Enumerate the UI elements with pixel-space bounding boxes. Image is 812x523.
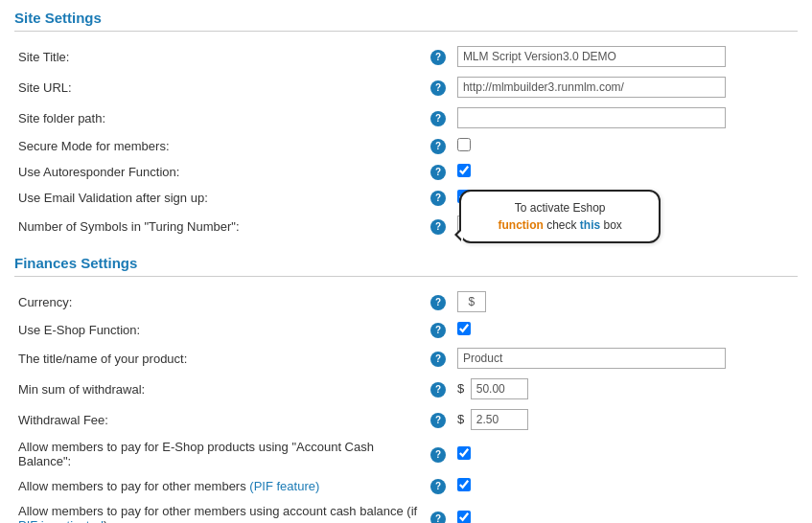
pif-activated-label: PIF is activated [18,518,104,523]
checkbox-eshop[interactable] [457,322,471,335]
input-min-withdrawal[interactable] [471,378,528,399]
label-site-title: Site Title: [14,41,423,72]
dollar-sign-fee: $ [457,412,464,426]
help-icon-currency[interactable]: ? [430,295,446,310]
row-autoresponder: Use Autoresponder Function: ? [14,159,798,185]
help-icon-pay-pif[interactable]: ? [430,479,446,494]
tooltip-blue: this [580,218,600,232]
site-settings-table: Site Title: ? Site URL: ? Si [14,41,798,241]
row-pay-eshop-balance: Allow members to pay for E-Shop products… [14,435,798,473]
label-min-withdrawal: Min sum of withdrawal: [14,374,423,404]
label-turing-number: Number of Symbols in "Turing Number": [14,211,423,241]
icon-cell-eshop: ? [423,317,452,343]
help-icon-site-url[interactable]: ? [430,80,446,96]
value-product-title [453,343,798,374]
value-pay-pif-cash [453,499,798,523]
row-site-folder: Site folder path: ? [14,102,798,133]
help-icon-turing[interactable]: ? [430,219,446,235]
tooltip-line1: To activate Eshop [515,201,606,215]
help-icon-pay-pif-cash[interactable]: ? [430,512,446,524]
help-icon-autoresponder[interactable]: ? [430,165,446,180]
tooltip-end: box [600,218,622,232]
icon-cell-min-withdrawal: ? [423,374,452,404]
label-email-validation: Use Email Validation after sign up: [14,185,423,211]
value-currency [453,286,798,317]
icon-cell-turing: ? To activate Eshop function check this … [423,211,452,241]
icon-cell-site-title: ? [423,41,452,72]
help-icon-withdrawal-fee[interactable]: ? [430,413,446,428]
dollar-sign-withdrawal: $ [457,381,464,396]
value-pay-pif [453,473,798,499]
icon-cell-secure-mode: ? [423,133,452,159]
tooltip-area: ? To activate Eshop function check this … [430,218,446,235]
row-turing-number: Number of Symbols in "Turing Number": ? … [14,211,798,241]
help-icon-eshop[interactable]: ? [430,323,446,338]
help-icon-email-validation[interactable]: ? [430,191,446,206]
icon-cell-site-url: ? [423,72,452,102]
row-site-title: Site Title: ? [14,41,798,72]
value-min-withdrawal: $ [453,374,798,404]
tooltip-bubble: To activate Eshop function check this bo… [459,190,661,243]
label-autoresponder: Use Autoresponder Function: [14,159,423,185]
row-min-withdrawal: Min sum of withdrawal: ? $ [14,374,798,404]
help-icon-site-title[interactable]: ? [430,50,446,65]
label-pay-pif: Allow members to pay for other members (… [14,473,423,499]
help-icon-site-folder[interactable]: ? [430,111,446,126]
checkbox-pay-eshop-balance[interactable] [457,446,471,460]
finances-settings-table: Currency: ? Use E-Shop Function: ? [14,286,798,523]
value-site-folder [453,102,798,133]
pif-label: (PIF feature) [249,479,319,493]
finances-section: Finances Settings Currency: ? Use E-Shop… [14,255,798,523]
checkbox-autoresponder[interactable] [457,164,471,177]
input-currency[interactable] [457,291,486,312]
icon-cell-withdrawal-fee: ? [423,404,452,435]
icon-cell-pay-eshop-balance: ? [423,435,452,473]
row-eshop: Use E-Shop Function: ? [14,317,798,343]
help-icon-min-withdrawal[interactable]: ? [430,382,446,398]
site-settings-title: Site Settings [14,10,798,32]
label-pay-eshop-balance: Allow members to pay for E-Shop products… [14,435,423,473]
label-eshop: Use E-Shop Function: [14,317,423,343]
checkbox-pay-pif-cash[interactable] [457,511,471,524]
page-container: Site Settings Site Title: ? Site URL: ? [0,0,812,523]
label-withdrawal-fee: Withdrawal Fee: [14,404,423,435]
label-site-folder: Site folder path: [14,102,423,133]
row-pay-pif: Allow members to pay for other members (… [14,473,798,499]
input-site-folder[interactable] [457,107,726,128]
row-withdrawal-fee: Withdrawal Fee: ? $ [14,404,798,435]
icon-cell-pay-pif: ? [423,473,452,499]
label-currency: Currency: [14,286,423,317]
help-icon-product-title[interactable]: ? [430,352,446,367]
icon-cell-autoresponder: ? [423,159,452,185]
row-currency: Currency: ? [14,286,798,317]
value-withdrawal-fee: $ [453,404,798,435]
tooltip-mid: check [544,218,580,232]
icon-cell-currency: ? [423,286,452,317]
icon-cell-pay-pif-cash: ? [423,499,452,523]
help-icon-pay-eshop-balance[interactable]: ? [430,447,446,463]
label-pay-pif-cash: Allow members to pay for other members u… [14,499,423,523]
checkbox-secure-mode[interactable] [457,138,471,151]
value-pay-eshop-balance [453,435,798,473]
input-product-title[interactable] [457,348,726,369]
row-secure-mode: Secure Mode for members: ? [14,133,798,159]
value-secure-mode [453,133,798,159]
row-product-title: The title/name of your product: ? [14,343,798,374]
value-eshop [453,317,798,343]
row-pay-pif-cash: Allow members to pay for other members u… [14,499,798,523]
value-site-url [453,72,798,102]
row-email-validation: Use Email Validation after sign up: ? [14,185,798,211]
help-icon-secure-mode[interactable]: ? [430,139,446,154]
label-secure-mode: Secure Mode for members: [14,133,423,159]
finances-settings-title: Finances Settings [14,255,798,277]
input-site-url[interactable] [457,77,726,98]
input-withdrawal-fee[interactable] [471,409,528,430]
input-site-title[interactable] [457,46,726,67]
row-site-url: Site URL: ? [14,72,798,102]
icon-cell-product-title: ? [423,343,452,374]
icon-cell-email-validation: ? [423,185,452,211]
checkbox-pay-pif[interactable] [457,478,471,491]
value-site-title [453,41,798,72]
icon-cell-site-folder: ? [423,102,452,133]
tooltip-orange: function [498,218,543,232]
